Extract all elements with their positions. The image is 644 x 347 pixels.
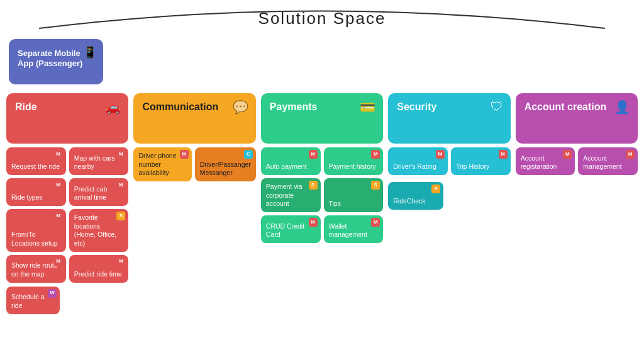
pay-header: Payments 💳	[261, 93, 383, 144]
ride-cards: M Request the ride M Map with cars nearb…	[6, 147, 128, 283]
acc-icon: 👤	[614, 100, 630, 115]
acc-title: Account creation	[525, 101, 607, 113]
feat-corp-pay: S Payment via corporate account	[261, 178, 321, 212]
comm-icon: 💬	[233, 100, 248, 115]
badge-m: M	[180, 150, 189, 159]
categories-container: Ride 🚗 M Request the ride M Map with car…	[6, 93, 638, 314]
comm-column: Communication 💬 M Driver phone number av…	[133, 93, 255, 314]
feat-favorites: S Favorite locations (Home, Office, etc)	[69, 209, 129, 252]
feat-crud-card: M CRUD Credit Card	[261, 215, 321, 243]
sec-icon: 🛡	[491, 100, 503, 114]
badge-m: M	[116, 258, 125, 266]
badge-m: M	[499, 150, 508, 159]
feat-pay-history: M Payment history	[324, 147, 384, 175]
sec-cards-bottom: S RideCheck	[388, 182, 447, 210]
mobile-app-card: 📱 Separate Mobile App (Passenger)	[9, 39, 103, 84]
feat-ridecheck: S RideCheck	[388, 182, 443, 210]
badge-s: S	[116, 212, 125, 220]
badge-m: M	[563, 150, 572, 159]
page-title: Solution Space	[258, 9, 386, 28]
feat-show-route: M Show ride route on the map	[6, 255, 66, 283]
pay-cards: M Auto payment M Payment history S Payme…	[261, 147, 383, 243]
badge-s: S	[309, 181, 318, 190]
badge-c: C	[244, 150, 253, 159]
acc-column: Account creation 👤 M Account registarati…	[516, 93, 638, 314]
sec-cards: M Driver's Rating M Trip History	[388, 147, 510, 175]
feat-acc-mgmt: M Account management	[578, 147, 638, 175]
comm-title: Communication	[142, 101, 218, 113]
ride-cards-bottom: W Schedule a ride	[6, 287, 65, 314]
pay-title: Payments	[270, 101, 318, 113]
acc-cards: M Account registaration M Account manage…	[516, 147, 638, 175]
sec-header: Security 🛡	[388, 93, 510, 144]
badge-m: M	[436, 150, 445, 159]
badge-m: M	[371, 218, 380, 227]
badge-m: M	[54, 212, 63, 220]
ride-title: Ride	[15, 101, 37, 113]
feat-schedule: W Schedule a ride	[6, 287, 60, 314]
ride-icon: 🚗	[105, 100, 121, 115]
feat-messanger: C Driver/Passanger Messanger	[195, 147, 256, 181]
badge-m: M	[54, 150, 63, 159]
pay-icon: 💳	[360, 100, 375, 115]
mobile-app-icon: 📱	[83, 45, 97, 59]
feat-predict-time: M Predict ride time	[69, 255, 129, 283]
sec-title: Security	[397, 101, 436, 113]
feat-map-cars: M Map with cars nearby	[69, 147, 129, 175]
comm-cards: M Driver phone number availability C Dri…	[133, 147, 255, 181]
feat-from-to: M From/To Locations setup	[6, 209, 66, 252]
feat-request-ride: M Request the ride	[6, 147, 66, 175]
badge-m: M	[54, 181, 63, 190]
feat-acc-reg: M Account registaration	[516, 147, 575, 175]
feat-wallet: M Wallet management	[324, 215, 384, 243]
badge-w: W	[48, 289, 57, 298]
ride-column: Ride 🚗 M Request the ride M Map with car…	[6, 93, 128, 314]
badge-m: M	[626, 150, 635, 159]
badge-m: M	[54, 258, 63, 266]
feat-tips: S Tips	[324, 178, 384, 212]
badge-m: M	[309, 150, 318, 159]
acc-header: Account creation 👤	[516, 93, 638, 144]
pay-column: Payments 💳 M Auto payment M Payment hist…	[261, 93, 383, 314]
badge-m: M	[116, 181, 125, 190]
badge-s: S	[371, 181, 380, 190]
badge-m: M	[309, 218, 318, 227]
feat-ride-types: M Ride types	[6, 178, 66, 206]
badge-s: S	[431, 185, 440, 193]
badge-m: M	[371, 150, 380, 159]
feat-driver-rating: M Driver's Rating	[388, 147, 448, 175]
feat-auto-pay: M Auto payment	[261, 147, 321, 175]
feat-driver-phone: M Driver phone number availability	[133, 147, 191, 181]
ride-header: Ride 🚗	[6, 93, 128, 144]
feat-trip-history: M Trip History	[451, 147, 511, 175]
mobile-app-label: Separate Mobile App (Passenger)	[18, 48, 82, 68]
comm-header: Communication 💬	[133, 93, 255, 144]
sec-column: Security 🛡 M Driver's Rating M Trip Hist…	[388, 93, 510, 314]
feat-predict-arrival: M Predict cab arrival time	[69, 178, 129, 206]
badge-m: M	[116, 150, 125, 159]
